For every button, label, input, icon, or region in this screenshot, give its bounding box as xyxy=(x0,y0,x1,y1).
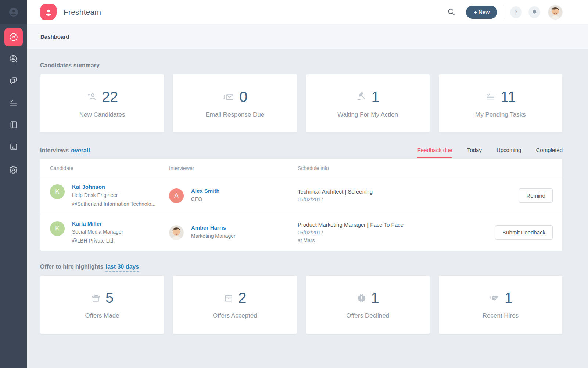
brand: Freshteam xyxy=(40,4,101,20)
interviewer-cell: Amber Harris Marketing Manager xyxy=(169,224,298,240)
candidate-role: Help Desk Engineer xyxy=(72,192,155,199)
search-icon xyxy=(447,8,456,16)
candidate-search-icon xyxy=(9,54,18,63)
column-header-interviewer: Interviewer xyxy=(169,165,298,171)
tab-upcoming[interactable]: Upcoming xyxy=(496,147,521,158)
table-row: K Kal Johnson Help Desk Engineer @Suther… xyxy=(40,177,562,214)
stat-card-new-candidates[interactable]: 22 New Candidates xyxy=(40,74,164,133)
sidebar-item-candidates[interactable] xyxy=(0,49,27,68)
user-avatar[interactable] xyxy=(548,5,562,19)
interviewer-role: Marketing Manager xyxy=(191,233,236,240)
interviewer-name-link[interactable]: Alex Smith xyxy=(191,188,220,194)
tab-today[interactable]: Today xyxy=(467,147,482,158)
interviews-title-text: Interviews xyxy=(40,147,69,153)
dashboard-gauge-icon xyxy=(9,32,18,42)
stat-label: Email Response Due xyxy=(206,111,265,118)
user-silhouette-icon xyxy=(8,7,19,18)
stat-value: 0 xyxy=(239,89,247,105)
candidate-role: Social Media Manager xyxy=(72,229,123,236)
calendar-icon xyxy=(223,293,234,303)
help-button[interactable]: ? xyxy=(510,6,522,18)
table-row: K Karla Miller Social Media Manager @LBH… xyxy=(40,214,562,251)
table-header-row: Candidate Interviewer Schedule info xyxy=(40,159,562,177)
candidate-company: @LBH Private Ltd. xyxy=(72,237,123,244)
candidate-avatar: K xyxy=(50,221,65,236)
stat-card-offers-made[interactable]: 5 Offers Made xyxy=(40,275,164,334)
offers-title-text: Offer to hire highlights xyxy=(40,263,103,270)
tab-feedback-due[interactable]: Feedback due xyxy=(417,147,452,158)
bell-icon xyxy=(531,9,538,15)
interviews-title: Interviewsoverall xyxy=(40,147,90,158)
schedule-cell: Technical Architect | Screening 05/02/20… xyxy=(298,188,489,202)
schedule-position: Technical Architect | Screening xyxy=(298,188,489,195)
sidebar-item-dashboard[interactable] xyxy=(0,28,27,46)
search-button[interactable] xyxy=(447,8,456,16)
topbar-divider xyxy=(503,5,503,19)
chat-bubbles-icon xyxy=(9,76,18,85)
remind-button[interactable]: Remind xyxy=(519,188,553,203)
stat-card-my-pending-tasks[interactable]: 11 My Pending Tasks xyxy=(438,74,563,133)
stat-label: Offers Made xyxy=(85,312,119,319)
candidate-cell: K Kal Johnson Help Desk Engineer @Suther… xyxy=(40,184,169,208)
stat-label: New Candidates xyxy=(79,111,125,118)
tab-completed[interactable]: Completed xyxy=(536,147,563,158)
topbar: Freshteam + New ? xyxy=(27,0,588,24)
new-button[interactable]: + New xyxy=(466,6,497,19)
freshteam-logo xyxy=(40,4,57,20)
interviews-tabs: Feedback due Today Upcoming Completed xyxy=(417,147,563,158)
column-header-candidate: Candidate xyxy=(40,165,169,171)
gavel-icon xyxy=(356,91,367,102)
stat-label: Offers Declined xyxy=(346,312,389,319)
gear-icon xyxy=(9,165,18,174)
stat-value: 2 xyxy=(238,290,246,306)
breadcrumb: Dashboard xyxy=(40,33,69,40)
schedule-cell: Product Marketing Manager | Face To Face… xyxy=(298,222,489,243)
bar-chart-icon xyxy=(9,142,18,151)
task-list-icon xyxy=(9,98,18,107)
candidate-avatar: K xyxy=(50,184,65,199)
sidebar-item-reports[interactable] xyxy=(0,138,27,156)
gift-icon xyxy=(91,293,101,303)
app-title: Freshteam xyxy=(64,8,101,17)
offers-title: Offer to hire highlightslast 30 days xyxy=(40,263,563,270)
stat-value: 1 xyxy=(505,290,513,306)
stat-card-offers-declined[interactable]: 1 Offers Declined xyxy=(306,275,430,334)
stat-card-offers-accepted[interactable]: 2 Offers Accepted xyxy=(173,275,297,334)
email-alert-icon xyxy=(222,91,235,102)
breadcrumb-bar: Dashboard xyxy=(27,24,588,49)
schedule-position: Product Marketing Manager | Face To Face xyxy=(298,222,489,228)
sidebar-item-job-boards[interactable] xyxy=(0,116,27,134)
candidate-name-link[interactable]: Kal Johnson xyxy=(72,184,155,190)
interviewer-role: CEO xyxy=(191,196,220,203)
stat-label: My Pending Tasks xyxy=(475,111,526,118)
sidebar-item-conversations[interactable] xyxy=(0,71,27,90)
stat-value: 1 xyxy=(371,290,379,306)
sidebar-profile-placeholder[interactable] xyxy=(0,0,27,24)
column-header-schedule-info: Schedule info xyxy=(298,165,489,171)
notifications-button[interactable] xyxy=(528,6,540,18)
schedule-date: 05/02/2017 xyxy=(298,230,489,236)
interviewer-cell: A Alex Smith CEO xyxy=(169,188,298,203)
offers-cards: 5 Offers Made xyxy=(40,275,563,334)
stat-value: 1 xyxy=(372,89,380,105)
checklist-icon xyxy=(485,91,496,102)
interviews-filter-dropdown[interactable]: overall xyxy=(71,147,90,155)
schedule-date: 05/02/2017 xyxy=(298,197,489,202)
stat-card-email-response-due[interactable]: 0 Email Response Due xyxy=(173,74,297,133)
interviewer-avatar: A xyxy=(169,188,184,203)
interviewer-photo-avatar xyxy=(169,225,184,240)
candidates-summary-cards: 22 New Candidates 0 Email Response Due xyxy=(40,74,563,133)
candidate-name-link[interactable]: Karla Miller xyxy=(72,220,123,227)
offers-filter-dropdown[interactable]: last 30 days xyxy=(105,263,139,272)
sidebar-item-tasks[interactable] xyxy=(0,93,27,112)
interviews-table: Candidate Interviewer Schedule info K Ka… xyxy=(40,158,563,251)
stat-card-waiting-for-my-action[interactable]: 1 Waiting For My Action xyxy=(306,74,430,133)
stat-label: Waiting For My Action xyxy=(337,111,398,118)
interviewer-name-link[interactable]: Amber Harris xyxy=(191,224,236,231)
main-content: Candidates summary 22 New Candidates xyxy=(27,49,588,368)
stat-value: 5 xyxy=(105,290,114,306)
submit-feedback-button[interactable]: Submit Feedback xyxy=(495,225,553,240)
handshake-icon xyxy=(488,293,500,303)
stat-card-recent-hires[interactable]: 1 Recent Hires xyxy=(438,275,563,334)
sidebar-item-settings[interactable] xyxy=(0,160,27,179)
